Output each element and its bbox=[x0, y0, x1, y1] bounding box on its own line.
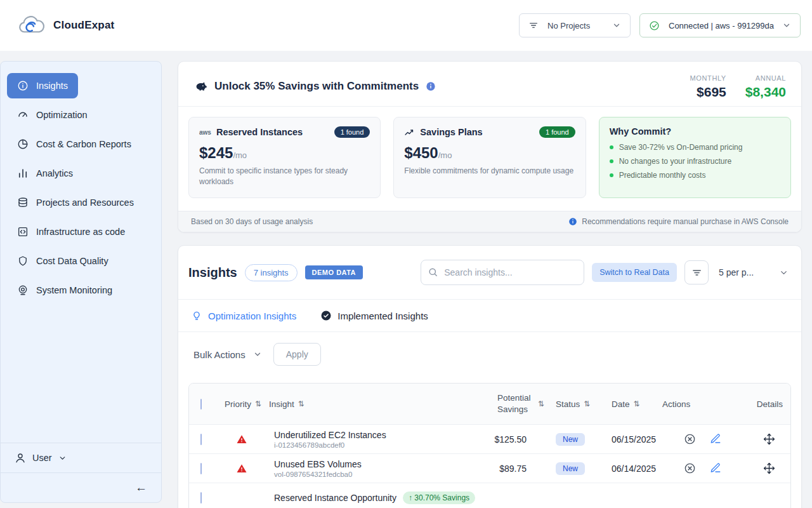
sidebar-collapse-button[interactable]: ← bbox=[135, 481, 147, 495]
reserved-instances-card[interactable]: aws Reserved Instances 1 found $245/mo C… bbox=[188, 117, 381, 198]
row-checkbox[interactable] bbox=[200, 463, 202, 474]
sidebar: Insights Optimization Cost & Carbon Repo… bbox=[0, 61, 162, 503]
user-label: User bbox=[32, 453, 52, 463]
bulk-actions-value: Bulk Actions bbox=[193, 349, 246, 360]
dismiss-icon[interactable] bbox=[684, 433, 696, 445]
per-page-select[interactable]: 5 per p... bbox=[716, 267, 791, 277]
sidebar-item-projects-resources[interactable]: Projects and Resources bbox=[7, 190, 144, 215]
banner-footer-note: Based on 30 days of usage analysis bbox=[191, 217, 313, 226]
tab-optimization-insights[interactable]: Optimization Insights bbox=[191, 310, 296, 321]
sort-icon[interactable]: ⇅ bbox=[584, 399, 590, 408]
sort-icon[interactable]: ⇅ bbox=[634, 399, 640, 408]
filter-button[interactable] bbox=[684, 260, 709, 284]
app-title: CloudExpat bbox=[53, 19, 114, 32]
chevron-down-icon bbox=[779, 268, 789, 277]
table-header: Priority⇅ Insight⇅ Potential Savings⇅ St… bbox=[189, 384, 790, 424]
column-insight: Insight bbox=[269, 399, 294, 409]
sidebar-item-cost-data-quality[interactable]: Cost Data Quality bbox=[7, 248, 119, 274]
bulk-actions-select[interactable]: Bulk Actions bbox=[193, 349, 262, 360]
search-input[interactable] bbox=[421, 260, 584, 285]
row-checkbox[interactable] bbox=[200, 434, 202, 445]
sidebar-item-infrastructure-as-code[interactable]: Infrastructure as code bbox=[7, 219, 135, 244]
projects-dropdown-value: No Projects bbox=[545, 21, 606, 30]
info-icon[interactable] bbox=[426, 81, 436, 91]
tab-implemented-insights[interactable]: Implemented Insights bbox=[320, 310, 428, 321]
projects-dropdown[interactable]: No Projects bbox=[519, 13, 631, 37]
apply-button[interactable]: Apply bbox=[273, 343, 321, 366]
row-checkbox[interactable] bbox=[200, 492, 202, 504]
insights-title: Insights bbox=[188, 265, 237, 280]
insight-resource-id: i-0123456789abcdef0 bbox=[274, 441, 487, 449]
monthly-label: MONTHLY bbox=[690, 74, 726, 82]
insight-title: Underutilized EC2 Instances bbox=[274, 430, 487, 440]
piggy-bank-icon bbox=[193, 79, 207, 93]
card-price: $450 bbox=[404, 144, 438, 161]
top-bar: CloudExpat No Projects Connected | aws -… bbox=[0, 0, 812, 51]
insights-table: Priority⇅ Insight⇅ Potential Savings⇅ St… bbox=[188, 383, 791, 508]
sidebar-item-system-monitoring[interactable]: System Monitoring bbox=[7, 277, 122, 303]
column-priority: Priority bbox=[225, 399, 251, 409]
edit-icon[interactable] bbox=[710, 462, 721, 474]
savings-percent-badge: ↑ 30.70% Savings bbox=[403, 491, 475, 504]
why-bullet: No changes to your infrastructure bbox=[619, 157, 731, 166]
insights-count-pill: 7 insights bbox=[245, 264, 298, 281]
bar-chart-icon bbox=[17, 168, 29, 179]
per-page-value: 5 per p... bbox=[719, 267, 754, 277]
cloud-logo-icon bbox=[18, 15, 46, 36]
column-status: Status bbox=[556, 399, 580, 409]
filter-lines-icon bbox=[528, 20, 539, 30]
table-row: Underutilized EC2 Instances i-0123456789… bbox=[189, 424, 790, 453]
annual-label: ANNUAL bbox=[745, 74, 786, 82]
sidebar-item-analytics[interactable]: Analytics bbox=[7, 161, 83, 186]
chevron-down-icon bbox=[58, 454, 67, 462]
sidebar-item-label: Cost Data Quality bbox=[36, 256, 108, 266]
commitments-banner: Unlock 35% Savings with Commitments MONT… bbox=[178, 61, 802, 232]
status-badge: New bbox=[556, 462, 585, 475]
bullet-dot bbox=[610, 173, 613, 177]
tab-label: Implemented Insights bbox=[337, 311, 428, 321]
select-all-checkbox[interactable] bbox=[200, 399, 202, 410]
connection-dropdown[interactable]: Connected | aws - 991299da bbox=[639, 13, 801, 37]
user-menu[interactable]: User bbox=[1, 443, 161, 472]
high-priority-warning-icon bbox=[236, 463, 247, 474]
sidebar-item-insights[interactable]: Insights bbox=[7, 73, 78, 98]
sidebar-item-optimization[interactable]: Optimization bbox=[7, 102, 98, 128]
sidebar-item-label: Optimization bbox=[36, 110, 88, 120]
column-actions: Actions bbox=[662, 399, 690, 409]
sort-icon[interactable]: ⇅ bbox=[255, 399, 261, 408]
move-details-icon[interactable] bbox=[763, 433, 775, 445]
chevron-down-icon bbox=[253, 350, 262, 359]
found-badge: 1 found bbox=[334, 126, 370, 138]
tab-label: Optimization Insights bbox=[208, 311, 296, 321]
sidebar-item-label: Analytics bbox=[36, 168, 73, 178]
sidebar-item-label: Cost & Carbon Reports bbox=[36, 139, 131, 149]
sidebar-item-label: Infrastructure as code bbox=[36, 227, 125, 237]
insight-title: Unused EBS Volumes bbox=[274, 459, 487, 469]
column-date: Date bbox=[612, 399, 630, 409]
why-bullet: Predictable monthly costs bbox=[619, 171, 706, 180]
search-icon bbox=[428, 267, 438, 277]
banner-footer-disclaimer: Recommendations require manual purchase … bbox=[582, 217, 789, 226]
move-details-icon[interactable] bbox=[763, 462, 775, 474]
monthly-value: $695 bbox=[690, 84, 726, 100]
card-description: Commit to specific instance types for st… bbox=[199, 166, 370, 188]
card-title: Reserved Instances bbox=[216, 127, 303, 137]
why-bullet: Save 30-72% vs On-Demand pricing bbox=[619, 143, 743, 152]
check-circle-icon bbox=[320, 310, 332, 321]
why-commit-title: Why Commit? bbox=[610, 126, 671, 137]
sort-icon[interactable]: ⇅ bbox=[538, 399, 544, 408]
card-price-unit: /mo bbox=[233, 150, 247, 160]
sort-icon[interactable]: ⇅ bbox=[298, 399, 304, 408]
sidebar-item-cost-carbon-reports[interactable]: Cost & Carbon Reports bbox=[7, 131, 141, 157]
gauge-icon bbox=[17, 109, 29, 121]
bullet-dot bbox=[610, 159, 613, 163]
dismiss-icon[interactable] bbox=[684, 462, 696, 474]
savings-plans-card[interactable]: Savings Plans 1 found $450/mo Flexible c… bbox=[393, 117, 586, 198]
edit-icon[interactable] bbox=[710, 433, 721, 445]
bullet-dot bbox=[610, 145, 613, 149]
search-box bbox=[421, 260, 584, 285]
demo-data-badge: DEMO DATA bbox=[305, 265, 363, 279]
card-title: Savings Plans bbox=[420, 127, 482, 137]
switch-to-real-data-button[interactable]: Switch to Real Data bbox=[592, 263, 677, 282]
info-circle-icon bbox=[17, 80, 29, 91]
